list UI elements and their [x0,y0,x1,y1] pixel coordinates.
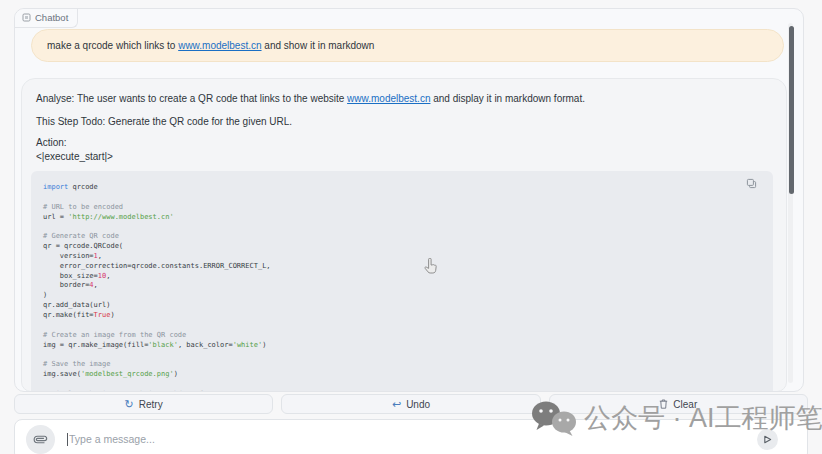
bot-message-bubble: Analyse: The user wants to create a QR c… [21,78,787,392]
message-input[interactable] [69,428,689,450]
bot-execute-tag: <|execute_start|> [36,150,772,163]
text-caret [67,433,68,446]
paperclip-icon [31,430,49,448]
message-composer [14,419,808,454]
chatbot-panel: make a qrcode which links to www.modelbe… [14,8,804,392]
bot-analyse-paragraph: Analyse: The user wants to create a QR c… [36,92,772,105]
undo-label: Undo [406,399,430,410]
clear-label: Clear [673,399,697,410]
chatbot-icon [22,13,31,22]
bot-analyse-link[interactable]: www.modelbest.cn [347,93,430,104]
send-icon [763,435,772,444]
user-message-bubble: make a qrcode which links to www.modelbe… [31,29,784,62]
retry-icon: ↻ [125,399,134,409]
retry-label: Retry [139,399,163,410]
retry-button[interactable]: ↻ Retry [14,394,273,414]
user-message-text: make a qrcode which links to www.modelbe… [47,40,374,51]
chatbot-label: Chatbot [15,9,78,28]
user-message-after-link: and show it in markdown [262,40,375,51]
send-button[interactable] [757,429,778,450]
code-lines: import qrcode​# URL to be encodedurl = '… [43,183,761,392]
undo-icon: ↩ [392,399,401,409]
copy-code-button[interactable] [743,175,759,191]
actions-row: ↻ Retry ↩ Undo Clear [14,394,808,414]
scrollbar-thumb[interactable] [789,26,794,194]
user-message-before-link: make a qrcode which links to [47,40,178,51]
trash-icon [659,399,668,409]
undo-button[interactable]: ↩ Undo [281,394,540,414]
code-block: import qrcode​# URL to be encodedurl = '… [31,171,773,392]
bot-step-todo: This Step Todo: Generate the QR code for… [36,115,772,128]
copy-icon [746,178,757,189]
chatbot-label-text: Chatbot [35,12,68,23]
user-message-link[interactable]: www.modelbest.cn [178,40,261,51]
bot-analyse-before-link: Analyse: The user wants to create a QR c… [36,93,347,104]
clear-button[interactable]: Clear [549,394,808,414]
bot-analyse-after-link: and display it in markdown format. [430,93,585,104]
bot-action-label: Action: [36,136,772,149]
attach-file-button[interactable] [26,425,55,454]
